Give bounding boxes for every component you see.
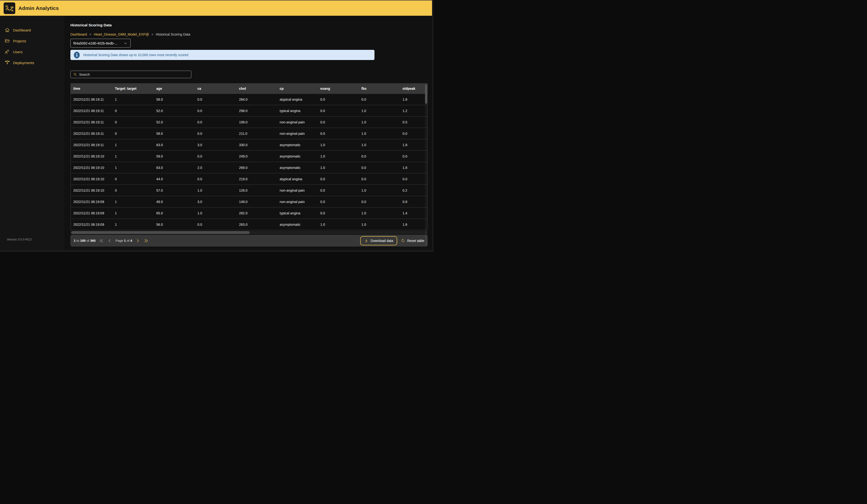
cell-cp: asymptomatic [280,223,320,226]
table-footer: 1 to 100 of 365 Page 1 o [71,235,428,247]
sidebar-item-deployments[interactable]: Deployments [0,58,65,67]
cell-target-target: 1 [115,200,156,204]
sidebar-item-projects[interactable]: Projects [0,36,65,45]
cell-time: 2022/11/21 08:19:09 [71,223,115,226]
table-row[interactable]: 2022/11/21 08:19:11058.00.0211.0non-angi… [71,128,427,139]
cell-exang: 0.0 [320,211,361,215]
breadcrumb-link[interactable]: Heart_Disease_GBM_Model_EXP@ [94,32,149,36]
cell-age: 44.0 [156,177,197,181]
sidebar: DashboardProjectsUsersDeployments Versio… [0,16,65,251]
cell-oldpeak: 1.6 [403,223,427,226]
horizontal-scrollbar[interactable] [71,231,428,234]
column-header-ca[interactable]: ca [197,87,239,90]
column-header-cp[interactable]: cp [280,87,320,90]
cell-target-target: 1 [115,211,156,215]
table-row[interactable]: 2022/11/21 08:19:09156.00.0283.0asymptom… [71,219,427,230]
column-header-exang[interactable]: exang [320,87,361,90]
cell-cp: typical angina [280,211,320,215]
table-row[interactable]: 2022/11/21 08:19:10159.00.0249.0asymptom… [71,151,427,162]
cell-cp: atypical angina [280,177,320,181]
cell-fbs: 1.0 [361,109,403,113]
cell-oldpeak: 0.0 [403,177,427,181]
table-row[interactable]: 2022/11/21 08:19:11158.00.0284.0atypical… [71,94,427,105]
table-row[interactable]: 2022/11/21 08:19:09149.03.0149.0non-angi… [71,196,427,207]
cell-target-target: 0 [115,189,156,192]
cell-exang: 0.0 [320,97,361,101]
cell-time: 2022/11/21 08:19:11 [71,132,115,136]
cell-ca: 1.0 [197,189,239,192]
last-page-button[interactable] [144,238,149,243]
cell-target-target: 0 [115,109,156,113]
cell-oldpeak: 0.5 [403,120,427,124]
cell-target-target: 1 [115,166,156,170]
app-window: Admin Analytics DashboardProjectsUsersDe… [0,0,434,252]
cell-chol: 283.0 [239,223,280,226]
cell-oldpeak: 1.8 [403,166,427,170]
sidebar-item-label: Users [13,50,22,54]
table-row[interactable]: 2022/11/21 08:19:11052.00.0298.0typical … [71,105,427,117]
cell-exang: 0.0 [320,109,361,113]
cell-ca: 0.0 [197,223,239,226]
cell-time: 2022/11/21 08:19:10 [71,166,115,170]
cell-target-target: 0 [115,177,156,181]
cell-time: 2022/11/21 08:19:10 [71,189,115,192]
next-page-button[interactable] [136,238,140,243]
column-header-fbs[interactable]: fbs [361,87,403,90]
version-label: Version 3.0.0-RC3 [7,238,31,241]
table-row[interactable]: 2022/11/21 08:19:10163.02.0269.0asymptom… [71,162,427,173]
cell-time: 2022/11/21 08:19:09 [71,200,115,204]
cell-target-target: 1 [115,154,156,158]
breadcrumb-separator: > [89,32,92,36]
page-title: Historical Scoring Data [71,23,112,27]
horizontal-scrollbar-thumb[interactable] [71,231,250,234]
sidebar-item-label: Projects [13,39,26,43]
breadcrumb-link[interactable]: Dashboard [71,32,87,36]
cell-fbs: 0.0 [361,166,403,170]
column-header-time[interactable]: time [71,87,115,90]
column-header-age[interactable]: age [156,87,197,90]
cell-exang: 0.0 [320,189,361,192]
column-header-target-target[interactable]: Target: target [115,87,156,90]
cell-ca: 0.0 [197,154,239,158]
previous-page-button[interactable] [107,238,112,243]
table-row[interactable]: 2022/11/21 08:19:11052.00.0199.0non-angi… [71,117,427,128]
first-page-button[interactable] [99,238,104,243]
cell-cp: non-anginal pain [280,200,320,204]
table-row[interactable]: 2022/11/21 08:19:10057.01.0126.0non-angi… [71,185,427,196]
cell-chol: 149.0 [239,200,280,204]
model-select[interactable]: f64a5092-e2d0-402b-8edb-... [71,39,131,48]
cell-ca: 3.0 [197,143,239,147]
cell-fbs: 1.0 [361,132,403,136]
cell-exang: 0.0 [320,120,361,124]
sidebar-nav: DashboardProjectsUsersDeployments [0,25,65,67]
cell-time: 2022/11/21 08:19:11 [71,120,115,124]
cell-age: 49.0 [156,200,197,204]
cell-time: 2022/11/21 08:19:11 [71,109,115,113]
cell-exang: 0.0 [320,200,361,204]
cell-oldpeak: 1.8 [403,97,427,101]
sidebar-item-users[interactable]: Users [0,47,65,56]
reset-table-button[interactable]: Reset table [401,238,424,243]
table-row[interactable]: 2022/11/21 08:19:09165.01.0282.0typical … [71,207,427,219]
table-row[interactable]: 2022/11/21 08:19:11163.03.0330.0asymptom… [71,139,427,151]
download-icon [364,238,368,243]
cell-age: 65.0 [156,211,197,215]
search-input[interactable] [79,73,189,76]
column-header-oldpeak[interactable]: oldpeak [403,87,428,90]
cell-chol: 284.0 [239,97,280,101]
sidebar-item-dashboard[interactable]: Dashboard [0,25,65,35]
cell-chol: 330.0 [239,143,280,147]
cell-time: 2022/11/21 08:19:11 [71,143,115,147]
download-data-label: Download data [371,239,393,243]
column-header-chol[interactable]: chol [239,87,280,90]
cell-target-target: 1 [115,223,156,226]
cell-target-target: 0 [115,132,156,136]
app-title: Admin Analytics [18,5,59,11]
table-row[interactable]: 2022/11/21 08:19:10044.00.0219.0atypical… [71,173,427,185]
vertical-scrollbar[interactable] [425,84,427,246]
cell-age: 57.0 [156,189,197,192]
cell-oldpeak: 0.0 [403,132,427,136]
cell-chol: 282.0 [239,211,280,215]
download-data-button[interactable]: Download data [360,236,397,245]
vertical-scrollbar-thumb[interactable] [425,84,427,104]
